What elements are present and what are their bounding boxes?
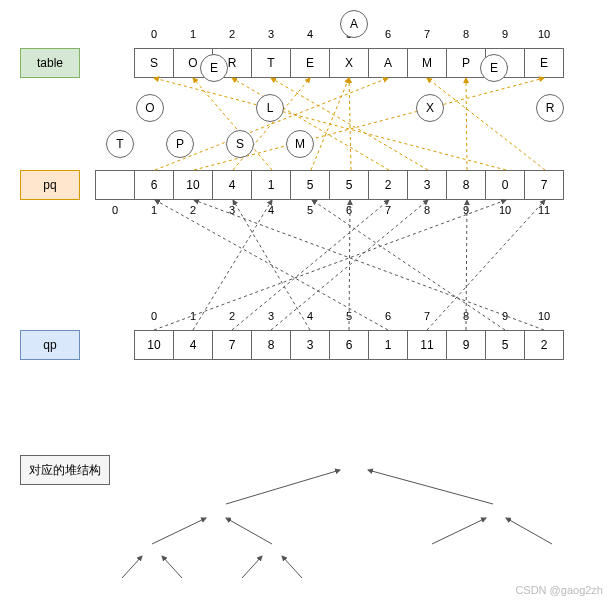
pq-cell: 4 (212, 170, 252, 200)
svg-line-24 (152, 518, 206, 544)
pq-cell (95, 170, 135, 200)
heap-label: 对应的堆结构 (20, 455, 110, 485)
qp-array: 1047836111952 (135, 330, 564, 360)
pq-array: 610415523807 (96, 170, 564, 200)
pq-cell: 7 (524, 170, 564, 200)
svg-line-27 (506, 518, 552, 544)
idx: 3 (212, 204, 252, 216)
idx: 3 (251, 310, 291, 322)
qp-cell: 5 (485, 330, 525, 360)
qp-cell: 4 (173, 330, 213, 360)
tree-node: R (536, 94, 564, 122)
pq-cell: 2 (368, 170, 408, 200)
tree-node: X (416, 94, 444, 122)
svg-line-28 (122, 556, 142, 578)
pq-index-row: 01234567891011 (96, 204, 564, 216)
idx: 10 (485, 204, 525, 216)
idx: 0 (95, 204, 135, 216)
idx: 6 (329, 204, 369, 216)
qp-cell: 2 (524, 330, 564, 360)
pq-cell: 8 (446, 170, 486, 200)
qp-index-row: 012345678910 (135, 310, 564, 322)
svg-line-30 (242, 556, 262, 578)
idx: 1 (173, 310, 213, 322)
idx: 8 (446, 310, 486, 322)
idx: 9 (446, 204, 486, 216)
pq-cell: 3 (407, 170, 447, 200)
idx: 7 (368, 204, 408, 216)
qp-cell: 6 (329, 330, 369, 360)
pq-cell: 10 (173, 170, 213, 200)
heap-tree: A E E O L X R T P S M (0, 0, 611, 170)
idx: 2 (212, 310, 252, 322)
svg-line-31 (282, 556, 302, 578)
tree-node: S (226, 130, 254, 158)
tree-node: T (106, 130, 134, 158)
pq-cell: 1 (251, 170, 291, 200)
idx: 5 (329, 310, 369, 322)
idx: 6 (368, 310, 408, 322)
tree-node: A (340, 10, 368, 38)
pq-cell: 0 (485, 170, 525, 200)
idx: 8 (407, 204, 447, 216)
tree-node: O (136, 94, 164, 122)
qp-label: qp (20, 330, 80, 360)
qp-cell: 9 (446, 330, 486, 360)
svg-line-22 (226, 470, 340, 504)
qp-cell: 10 (134, 330, 174, 360)
svg-line-23 (368, 470, 493, 504)
pq-label: pq (20, 170, 80, 200)
pq-cell: 6 (134, 170, 174, 200)
qp-cell: 7 (212, 330, 252, 360)
qp-cell: 8 (251, 330, 291, 360)
qp-cell: 1 (368, 330, 408, 360)
pq-cell: 5 (329, 170, 369, 200)
idx: 0 (134, 310, 174, 322)
svg-line-25 (226, 518, 272, 544)
svg-line-29 (162, 556, 182, 578)
idx: 11 (524, 204, 564, 216)
tree-node: L (256, 94, 284, 122)
qp-cell: 11 (407, 330, 447, 360)
idx: 1 (134, 204, 174, 216)
idx: 10 (524, 310, 564, 322)
svg-line-26 (432, 518, 486, 544)
idx: 4 (290, 310, 330, 322)
watermark: CSDN @gaog2zh (515, 584, 603, 596)
idx: 9 (485, 310, 525, 322)
tree-node: E (200, 54, 228, 82)
tree-node: P (166, 130, 194, 158)
idx: 5 (290, 204, 330, 216)
tree-node: M (286, 130, 314, 158)
pq-cell: 5 (290, 170, 330, 200)
idx: 4 (251, 204, 291, 216)
idx: 2 (173, 204, 213, 216)
idx: 7 (407, 310, 447, 322)
qp-cell: 3 (290, 330, 330, 360)
tree-node: E (480, 54, 508, 82)
